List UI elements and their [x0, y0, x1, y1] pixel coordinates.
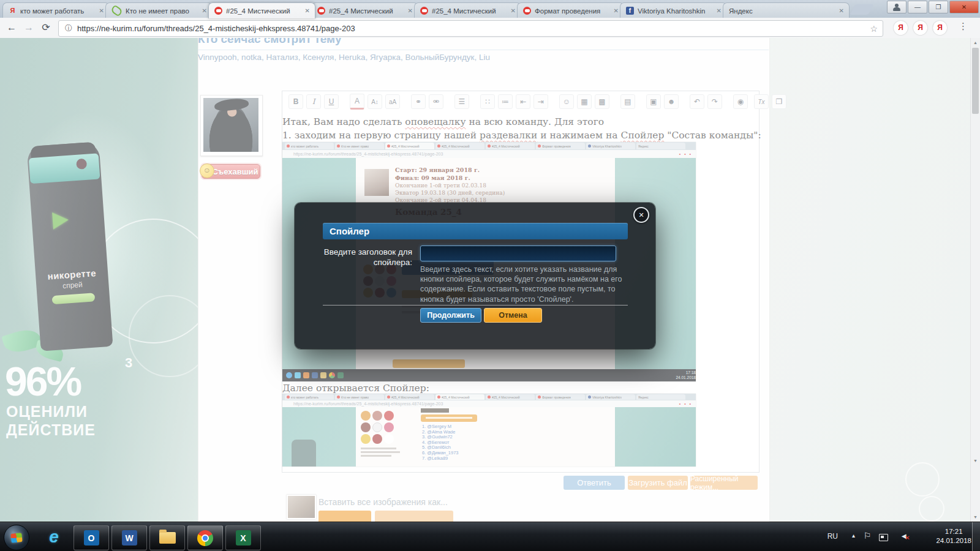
browser-tab-7[interactable]: f Viktoriya Kharitoshkin ✕ [620, 2, 727, 18]
window-controls: — ❐ ✕ [887, 1, 979, 13]
spoiler-title-label: Введите заголовок для спойлера: [319, 247, 412, 268]
start-button[interactable] [4, 525, 29, 550]
page-viewport: никоретте спрей 96% 3 ОЦЕНИЛИ ДЕЙСТВИЕ К… [0, 38, 980, 522]
new-tab-button[interactable] [850, 4, 873, 15]
screen: Я кто может работать ✕ Кто не имеет прав… [0, 0, 980, 551]
forum-favicon-icon [523, 7, 531, 15]
windows-taskbar: e O W X RU ▴ ⚐ ◄✕ 17:21 24.01.2018 [0, 522, 980, 551]
browser-tab-3-active[interactable]: #25_4 Мистический ✕ [208, 2, 315, 18]
forward-button[interactable]: → [21, 20, 37, 36]
taskbar-clock[interactable]: 17:21 24.01.2018 [936, 527, 971, 545]
tab-title: Яндекс [729, 7, 834, 15]
browser-tab-6[interactable]: Формат проведения ✕ [517, 2, 624, 18]
extension-yandex-2[interactable]: Я [913, 21, 927, 35]
tab-title: кто может работать [20, 7, 94, 15]
browser-tab-4[interactable]: #25_4 Мистический ✕ [311, 2, 418, 18]
windows-logo-icon [10, 533, 22, 543]
folder-icon [159, 532, 176, 544]
volume-muted-icon[interactable]: ◄✕ [900, 531, 908, 541]
outlook-icon: O [84, 530, 99, 545]
scroll-down-icon[interactable]: ▼ [971, 456, 980, 465]
forum-favicon-icon [214, 7, 222, 15]
network-icon[interactable] [879, 534, 888, 541]
clock-time: 17:21 [936, 527, 971, 536]
dialog-help-text: Введите здесь текст, если хотите указать… [420, 264, 639, 304]
page-scrollbar[interactable]: ▲ ▼ ▼ [970, 38, 980, 522]
dialog-title: Спойлер [323, 223, 628, 239]
paperclip-icon [110, 4, 123, 17]
dialog-divider [323, 305, 628, 305]
browser-tab-2[interactable]: Кто не имеет право ✕ [105, 2, 213, 18]
tab-title: Формат проведения [535, 7, 609, 15]
chrome-menu-icon[interactable]: ⋮ [959, 21, 968, 32]
tab-title: #25_4 Мистический [226, 7, 300, 15]
address-bar[interactable]: ⓘ https://ne-kurim.ru/forum/threads/25_4… [58, 20, 883, 37]
scrollbar-thumb[interactable] [972, 48, 979, 114]
dialog-close-button[interactable]: ✕ [633, 207, 649, 223]
page-info-icon[interactable]: ⓘ [65, 23, 72, 34]
close-window-button[interactable]: ✕ [949, 1, 979, 13]
browser-tab-5[interactable]: #25_4 Мистический ✕ [414, 2, 521, 18]
action-center-flag-icon[interactable]: ⚐ [863, 531, 871, 541]
spoiler-title-input[interactable] [420, 246, 616, 261]
tray-expand-icon[interactable]: ▴ [852, 532, 855, 539]
restore-button[interactable]: ❐ [929, 1, 948, 13]
forum-favicon-icon [317, 7, 325, 15]
spoiler-dialog: ✕ Спойлер Введите заголовок для спойлера… [295, 203, 655, 349]
tab-title: Viktoriya Kharitoshkin [638, 7, 712, 15]
taskbar-chrome-button[interactable] [187, 525, 223, 550]
show-desktop-button[interactable] [972, 522, 980, 551]
facebook-icon: f [626, 7, 634, 15]
tab-close-icon[interactable]: ✕ [201, 7, 208, 14]
yandex-icon: Я [9, 7, 17, 15]
taskbar-explorer-button[interactable] [149, 525, 185, 550]
tab-close-icon[interactable]: ✕ [98, 7, 105, 14]
scroll-up-icon[interactable]: ▲ [971, 38, 980, 47]
bookmark-star-icon[interactable]: ☆ [870, 24, 878, 34]
browser-tab-8[interactable]: Яндекс ✕ [723, 2, 850, 18]
tab-title: #25_4 Мистический [432, 7, 506, 15]
forum-favicon-icon [420, 7, 428, 15]
url-text[interactable]: https://ne-kurim.ru/forum/threads/25_4-m… [77, 24, 870, 33]
browser-navbar: ← → ⟳ ⓘ https://ne-kurim.ru/forum/thread… [0, 18, 980, 39]
extension-yandex-1[interactable]: Я [894, 21, 908, 35]
excel-icon: X [236, 530, 251, 545]
tab-close-icon[interactable]: ✕ [304, 7, 311, 14]
profile-button[interactable] [887, 1, 907, 13]
taskbar-outlook-button[interactable]: O [74, 525, 109, 550]
minimize-button[interactable]: — [908, 1, 927, 13]
tab-close-icon[interactable]: ✕ [715, 7, 723, 14]
scroll-down-icon[interactable]: ▼ [971, 512, 980, 522]
continue-button[interactable]: Продолжить [420, 308, 481, 323]
extension-yandex-3[interactable]: Я [933, 21, 947, 35]
taskbar-internet-explorer-button[interactable]: e [38, 526, 70, 549]
taskbar-word-button[interactable]: W [111, 525, 147, 550]
back-button[interactable]: ← [4, 20, 20, 36]
tab-title: #25_4 Мистический [329, 7, 403, 15]
reload-button[interactable]: ⟳ [38, 20, 54, 36]
cancel-button[interactable]: Отмена [484, 308, 542, 323]
tab-close-icon[interactable]: ✕ [838, 7, 845, 14]
tab-title: Кто не имеет право [126, 7, 197, 15]
clock-date: 24.01.2018 [936, 536, 971, 545]
tab-close-icon[interactable]: ✕ [407, 7, 414, 14]
tab-close-icon[interactable]: ✕ [612, 7, 620, 14]
chrome-icon [197, 530, 213, 546]
language-indicator[interactable]: RU [827, 532, 838, 541]
taskbar-excel-button[interactable]: X [225, 525, 261, 550]
user-icon [893, 4, 900, 11]
browser-tab-1[interactable]: Я кто может работать ✕ [2, 2, 110, 18]
browser-tabstrip: Я кто может работать ✕ Кто не имеет прав… [0, 0, 980, 18]
tab-close-icon[interactable]: ✕ [510, 7, 517, 14]
word-icon: W [122, 530, 137, 545]
